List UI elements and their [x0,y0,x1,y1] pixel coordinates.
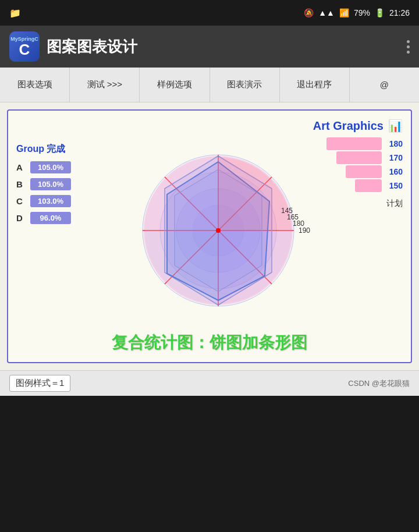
more-menu-icon[interactable] [407,40,410,54]
radar-svg: 190 180 165 145 [125,137,311,324]
legend-badge-b: 105.0% [30,178,71,190]
legend-letter-c: C [16,196,26,206]
legend-badge-a: 105.0% [30,161,71,173]
signal-icon: 📶 [339,8,349,17]
group-label: Group 完成 [16,143,109,155]
left-legend: Group 完成 A 105.0% B 105.0% C 103.0% D 96… [16,137,109,324]
bar-value-180: 180 [385,139,403,148]
bar-fill-150 [355,179,382,192]
bar-fill-180 [326,137,382,150]
legend-letter-d: D [16,213,26,223]
footer-credit: CSDN @老花眼猫 [348,378,410,389]
bar-fill-160 [346,165,382,178]
nav-item-charts[interactable]: 图表选项 [0,68,70,102]
radar-label-145: 145 [280,207,292,215]
legend-badge-d: 96.0% [30,212,71,224]
bar-row-170: 170 [336,151,403,164]
chart-body: Group 完成 A 105.0% B 105.0% C 103.0% D 96… [16,137,403,324]
app-icon-letter: C [19,42,30,57]
chart-card: Art Graphics 📊 Group 完成 A 105.0% B 105.0… [7,109,412,363]
legend-badge-c: 103.0% [30,195,71,207]
svg-point-12 [216,228,221,233]
right-bars: 180 170 160 150 计划 [326,137,403,324]
chart-header: Art Graphics 📊 [16,119,403,133]
bar-value-170: 170 [385,153,403,162]
legend-item-a: A 105.0% [16,161,109,173]
nav-item-demo[interactable]: 图表演示 [210,68,280,102]
bar-fill-170 [336,151,382,164]
clock: 21:26 [389,8,410,17]
status-left-icon: 📁 [9,8,21,19]
legend-item-c: C 103.0% [16,195,109,207]
battery-icon: 🔋 [375,8,385,17]
footer-style-label: 图例样式＝1 [9,375,70,392]
radar-area: 190 180 165 145 [115,137,321,324]
bar-row-180: 180 [326,137,403,150]
status-right: 🔕 ▲▲ 📶 79% 🔋 21:26 [304,8,410,17]
battery-text: 79% [354,8,370,17]
main-content: Art Graphics 📊 Group 完成 A 105.0% B 105.0… [0,102,419,370]
wifi-icon: ▲▲ [318,8,335,17]
app-title: 图案图表设计 [47,37,137,57]
nav-bar: 图表选项 测试 >>> 样例选项 图表演示 退出程序 @ [0,68,419,102]
title-bar: MySpringC C 图案图表设计 [0,26,419,68]
legend-letter-a: A [16,162,26,172]
title-left: MySpringC C 图案图表设计 [9,31,137,62]
nav-item-at[interactable]: @ [350,68,419,102]
chart-bottom-title: 复合统计图：饼图加条形图 [16,332,403,354]
bar-chart-icon: 📊 [388,119,403,133]
chart-title: Art Graphics [313,119,384,133]
bar-value-150: 150 [385,181,403,190]
legend-letter-b: B [16,179,26,189]
bar-value-160: 160 [385,167,403,176]
bar-row-160: 160 [346,165,403,178]
plan-label-container: 计划 [386,198,403,209]
mute-icon: 🔕 [304,8,314,17]
legend-item-d: D 96.0% [16,212,109,224]
nav-item-test[interactable]: 测试 >>> [70,68,140,102]
radar-label-190: 190 [298,226,310,235]
footer-bar: 图例样式＝1 CSDN @老花眼猫 [0,370,419,396]
legend-item-b: B 105.0% [16,178,109,190]
status-bar: 📁 🔕 ▲▲ 📶 79% 🔋 21:26 [0,0,419,26]
plan-label: 计划 [386,198,403,208]
bar-row-150: 150 [355,179,403,192]
app-icon: MySpringC C [9,31,40,62]
nav-item-exit[interactable]: 退出程序 [280,68,350,102]
nav-item-samples[interactable]: 样例选项 [140,68,210,102]
